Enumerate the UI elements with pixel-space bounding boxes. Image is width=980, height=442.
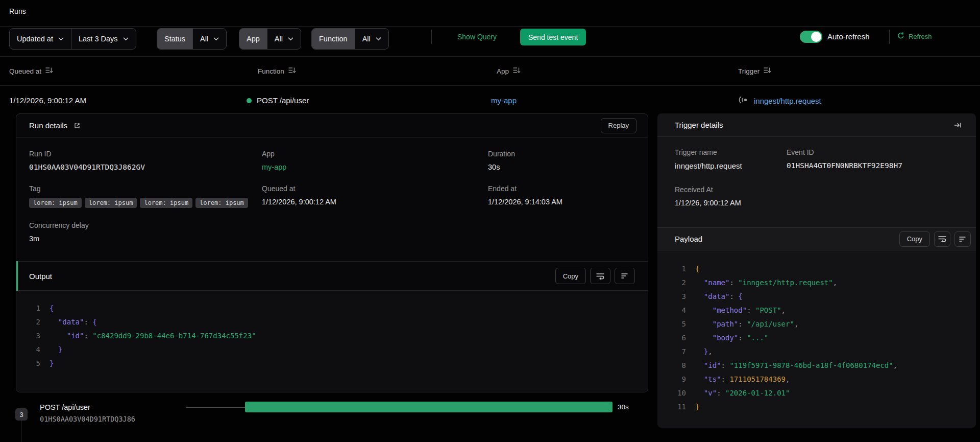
- runs-page: Runs Updated at Last 3 Days Status All A…: [0, 0, 980, 442]
- webhook-pulse-icon: [738, 96, 748, 105]
- sort-field-select[interactable]: Updated at: [10, 29, 71, 49]
- received-at-value: 1/12/26, 9:00:12 AM: [675, 199, 787, 207]
- tag-badge: lorem: ipsum: [29, 198, 82, 208]
- run-row-app-link[interactable]: my-app: [491, 96, 517, 105]
- field-app: App my-app: [262, 150, 488, 171]
- run-details-header: Run details Replay: [16, 114, 648, 137]
- timeline-track-line: [186, 407, 245, 408]
- field-label: Event ID: [787, 148, 966, 156]
- column-header-label: Queued at: [9, 67, 41, 75]
- column-header-label: Function: [258, 67, 284, 75]
- chevron-down-icon: [288, 37, 293, 41]
- word-wrap-button[interactable]: [590, 268, 610, 284]
- field-label: Duration: [488, 150, 635, 158]
- divider: [0, 85, 980, 86]
- trigger-name-value: inngest/http.request: [675, 161, 787, 170]
- tag-badge: lorem: ipsum: [195, 198, 248, 208]
- word-wrap-button[interactable]: [934, 231, 950, 247]
- tag-badge: lorem: ipsum: [85, 198, 137, 208]
- run-row-queued-at[interactable]: 1/12/2026, 9:00:12 AM: [9, 96, 86, 105]
- divider: [0, 26, 980, 27]
- run-details-title: Run details: [29, 121, 67, 130]
- timeline-step-run-id: 01HS0AA03V04D91RTDQ3J86: [40, 415, 135, 423]
- chevron-down-icon: [123, 37, 129, 41]
- step-count-badge[interactable]: 3: [15, 408, 28, 421]
- page-title: Runs: [9, 7, 26, 15]
- trigger-details-header: Trigger details: [657, 113, 976, 137]
- field-queued-at: Queued at 1/12/2026, 9:00:12 AM: [262, 184, 488, 208]
- app-link[interactable]: my-app: [262, 163, 488, 171]
- queued-at-value: 1/12/2026, 9:00:12 AM: [262, 198, 488, 206]
- payload-header-buttons: Copy: [899, 231, 971, 247]
- field-label: App: [262, 150, 488, 158]
- timeline-duration-bar[interactable]: [245, 402, 612, 412]
- field-event-id: Event ID 01HSHA4GT0FN0NRBKTF92E98H7: [787, 148, 966, 170]
- payload-section-header: Payload Copy: [657, 227, 976, 250]
- field-trigger-name: Trigger name inngest/http.request: [675, 148, 787, 170]
- refresh-icon: [897, 32, 904, 41]
- toolbar-divider: [431, 30, 432, 44]
- time-range-select[interactable]: Last 3 Days: [71, 29, 136, 49]
- output-section-header: Output Copy: [16, 261, 648, 291]
- run-row-trigger-link[interactable]: inngest/http.request: [754, 97, 821, 105]
- function-filter-value: All: [362, 35, 371, 43]
- collapse-panel-icon[interactable]: [954, 122, 962, 129]
- app-filter-value: All: [275, 35, 283, 43]
- field-label: Queued at: [262, 184, 488, 193]
- sort-icon: [45, 67, 53, 75]
- copy-button[interactable]: Copy: [555, 268, 586, 284]
- format-align-button[interactable]: [954, 231, 971, 247]
- event-id-value: 01HSHA4GT0FN0NRBKTF92E98H7: [787, 161, 966, 170]
- app-filter-tag: App: [239, 29, 267, 49]
- format-align-button[interactable]: [615, 268, 635, 284]
- send-test-event-button[interactable]: Send test event: [520, 29, 586, 45]
- function-filter-tag: Function: [312, 29, 355, 49]
- status-filter-group: Status All: [157, 28, 227, 50]
- refresh-button[interactable]: Refresh: [897, 32, 932, 41]
- app-filter-label: App: [247, 35, 260, 43]
- column-header-label: Trigger: [738, 67, 760, 75]
- run-row-function[interactable]: POST /api/user: [257, 96, 309, 105]
- timeline-step-name[interactable]: POST /api/user: [40, 403, 90, 411]
- status-filter-select[interactable]: All: [192, 29, 226, 49]
- output-code-block: 1{2 "data": {3 "id": "c8429dd9-29b8-44e6…: [16, 291, 648, 392]
- time-range-label: Last 3 Days: [79, 35, 118, 43]
- sort-field-label: Updated at: [17, 35, 53, 43]
- field-concurrency-delay: Concurrency delay 3m: [29, 221, 262, 243]
- field-tag: Tag lorem: ipsum lorem: ipsum lorem: ips…: [29, 184, 262, 208]
- payload-code-block: 1{2 "name": "inngest/http.request",3 "da…: [657, 250, 976, 428]
- sort-icon: [513, 67, 521, 75]
- external-link-icon[interactable]: [74, 122, 81, 129]
- field-label: Run ID: [29, 150, 262, 158]
- app-filter-select[interactable]: All: [267, 29, 301, 49]
- chevron-down-icon: [376, 37, 381, 41]
- column-header-app[interactable]: App: [497, 67, 521, 75]
- copy-button[interactable]: Copy: [899, 231, 930, 247]
- trigger-details-fields: Trigger name inngest/http.request Event …: [657, 137, 976, 207]
- payload-title: Payload: [675, 235, 702, 243]
- app-filter-group: App All: [239, 28, 301, 50]
- function-filter-group: Function All: [311, 28, 389, 50]
- tag-badges: lorem: ipsum lorem: ipsum lorem: ipsum l…: [29, 198, 262, 208]
- field-received-at: Received At 1/12/26, 9:00:12 AM: [675, 185, 787, 207]
- status-filter-tag: Status: [157, 29, 192, 49]
- field-label: Concurrency delay: [29, 221, 262, 229]
- column-header-function[interactable]: Function: [258, 67, 296, 75]
- duration-value: 30s: [488, 163, 635, 171]
- replay-button[interactable]: Replay: [601, 118, 636, 133]
- timeline-connector-line: [21, 421, 21, 442]
- chevron-down-icon: [213, 37, 219, 41]
- output-header-buttons: Copy: [555, 268, 635, 284]
- show-query-button[interactable]: Show Query: [457, 33, 497, 41]
- column-header-queued-at[interactable]: Queued at: [9, 67, 53, 75]
- column-header-trigger[interactable]: Trigger: [738, 67, 771, 75]
- run-details-fields: Run ID 01HS0AA03V04D91RTDQ3J862GV App my…: [16, 137, 648, 243]
- sort-icon: [288, 67, 296, 75]
- function-filter-select[interactable]: All: [355, 29, 388, 49]
- chevron-down-icon: [58, 37, 64, 41]
- timeline-duration-label: 30s: [618, 403, 629, 411]
- sort-range-filter-group: Updated at Last 3 Days: [9, 28, 136, 50]
- auto-refresh-toggle[interactable]: [800, 31, 822, 43]
- divider: [0, 56, 980, 57]
- trigger-details-panel: Trigger details Trigger name inngest/htt…: [657, 113, 976, 428]
